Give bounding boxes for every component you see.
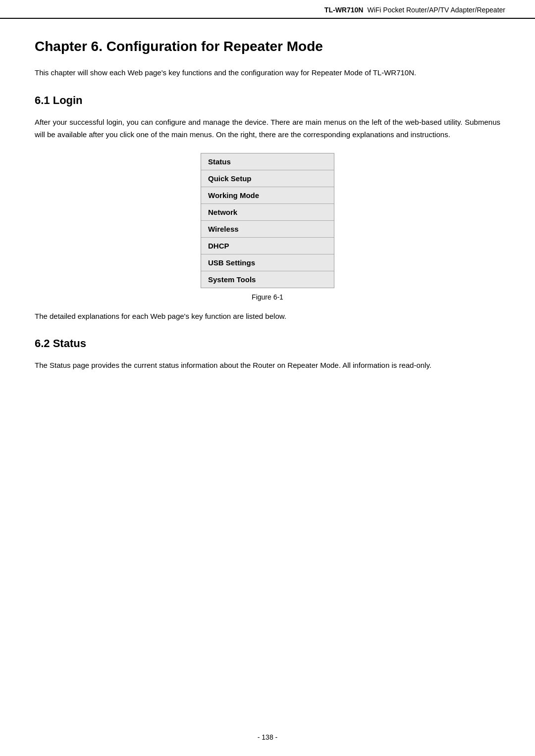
menu-item[interactable]: Network [201, 204, 334, 221]
menu-item[interactable]: Working Mode [201, 187, 334, 204]
header-title: WiFi Pocket Router/AP/TV Adapter/Repeate… [367, 6, 505, 14]
menu-item[interactable]: Status [201, 153, 334, 170]
menu-item[interactable]: Wireless [201, 221, 334, 238]
menu-item[interactable]: USB Settings [201, 254, 334, 271]
header-model: TL-WR710N [324, 6, 364, 14]
section-62-body: The Status page provides the current sta… [35, 359, 500, 372]
page-footer: - 138 - [0, 733, 535, 741]
section-61-after: The detailed explanations for each Web p… [35, 310, 500, 323]
page-header: TL-WR710N WiFi Pocket Router/AP/TV Adapt… [0, 0, 535, 19]
section-61-heading: 6.1 Login [35, 94, 500, 107]
section-61-body: After your successful login, you can con… [35, 116, 500, 141]
menu-box: StatusQuick SetupWorking ModeNetworkWire… [201, 153, 334, 288]
chapter-intro: This chapter will show each Web page's k… [35, 66, 500, 79]
main-content: Chapter 6. Configuration for Repeater Mo… [0, 19, 535, 411]
page-number: - 138 - [258, 733, 277, 741]
figure-caption: Figure 6-1 [252, 293, 283, 301]
menu-item[interactable]: Quick Setup [201, 170, 334, 187]
menu-item[interactable]: System Tools [201, 271, 334, 288]
section-62-heading: 6.2 Status [35, 337, 500, 350]
menu-figure: StatusQuick SetupWorking ModeNetworkWire… [35, 153, 500, 301]
chapter-title: Chapter 6. Configuration for Repeater Mo… [35, 39, 500, 54]
menu-item[interactable]: DHCP [201, 238, 334, 254]
